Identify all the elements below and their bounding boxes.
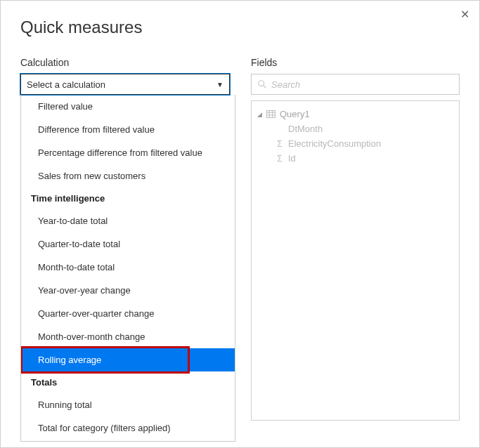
chevron-down-icon: ▼ xyxy=(216,81,223,88)
field-item[interactable]: ΣElectricityConsumption xyxy=(256,136,455,151)
field-name: DtMonth xyxy=(288,124,323,134)
dropdown-item[interactable]: Quarter-over-quarter change xyxy=(21,302,235,325)
table-icon xyxy=(266,110,275,118)
svg-point-0 xyxy=(259,81,264,86)
fields-label: Fields xyxy=(251,57,460,68)
dropdown-item[interactable]: Month-over-month change xyxy=(21,325,235,348)
dropdown-group-header: Totals xyxy=(21,371,235,393)
fields-search[interactable] xyxy=(251,74,460,95)
close-icon[interactable]: ✕ xyxy=(460,8,469,21)
collapse-icon: ◢ xyxy=(257,111,262,118)
fields-table-row[interactable]: ◢ Query1 xyxy=(256,107,455,121)
sigma-icon: Σ xyxy=(275,154,284,164)
dropdown-item[interactable]: Month-to-date total xyxy=(21,256,235,279)
calculation-select[interactable]: Select a calculation ▼ xyxy=(20,74,230,95)
field-name: Id xyxy=(288,153,296,164)
calculation-dropdown: Filtered valueDifference from filtered v… xyxy=(20,95,235,442)
svg-rect-2 xyxy=(267,110,275,117)
fields-panel: ◢ Query1 DtMonthΣElectricityConsumptionΣ… xyxy=(251,100,460,421)
dropdown-group-header: Time intelligence xyxy=(21,187,235,209)
dropdown-item[interactable]: Percentage difference from filtered valu… xyxy=(21,141,235,164)
quick-measures-dialog: ✕ Quick measures Calculation Select a ca… xyxy=(0,0,480,448)
dropdown-item[interactable]: Quarter-to-date total xyxy=(21,232,235,256)
search-icon xyxy=(257,79,267,89)
dropdown-item[interactable]: Total for category (filters not applied) xyxy=(21,440,235,441)
dropdown-item[interactable]: Running total xyxy=(21,393,235,416)
fields-table-name: Query1 xyxy=(280,109,310,119)
field-name: ElectricityConsumption xyxy=(288,138,381,149)
field-item[interactable]: ΣId xyxy=(256,151,455,166)
calculation-select-text: Select a calculation xyxy=(27,79,105,90)
calculation-dropdown-list[interactable]: Filtered valueDifference from filtered v… xyxy=(21,95,235,441)
svg-line-1 xyxy=(264,86,266,88)
calculation-label: Calculation xyxy=(20,57,230,68)
dropdown-item[interactable]: Difference from filtered value xyxy=(21,118,235,141)
dropdown-item[interactable]: Sales from new customers xyxy=(21,164,235,187)
dropdown-item[interactable]: Filtered value xyxy=(21,95,235,118)
dropdown-item[interactable]: Total for category (filters applied) xyxy=(21,416,235,440)
dropdown-item[interactable]: Year-to-date total xyxy=(21,209,235,232)
field-item[interactable]: DtMonth xyxy=(256,121,455,136)
sigma-icon: Σ xyxy=(275,139,284,149)
dialog-title: Quick measures xyxy=(20,18,460,37)
calculation-column: Calculation Select a calculation ▼ Filte… xyxy=(20,57,230,442)
dropdown-item[interactable]: Rolling average xyxy=(21,348,235,371)
dropdown-item[interactable]: Year-over-year change xyxy=(21,279,235,302)
fields-column: Fields ◢ Que xyxy=(251,57,460,442)
fields-search-input[interactable] xyxy=(271,79,453,90)
